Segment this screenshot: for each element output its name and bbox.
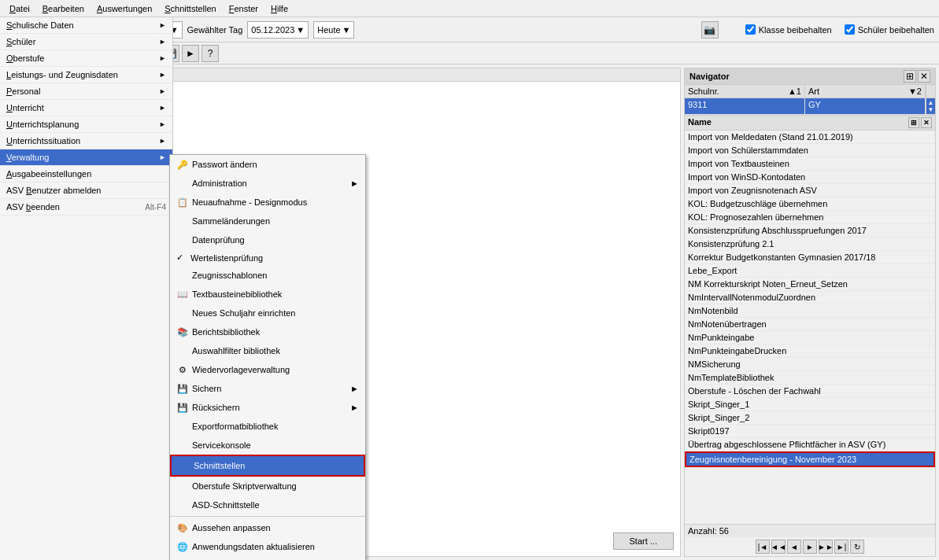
submenu-exportformat[interactable]: Exportformatbibliothek: [170, 417, 365, 436]
submenu-neuaufnahme[interactable]: 📋 Neuaufnahme - Designmodus: [170, 193, 365, 212]
nav-fwd-btn[interactable]: ►: [803, 540, 817, 554]
nav-expand-icon[interactable]: ⊞: [904, 70, 916, 83]
heute-dropdown-icon[interactable]: ▼: [342, 25, 351, 35]
list-items: Import von Meldedaten (Stand 21.01.2019)…: [685, 131, 935, 524]
list-item[interactable]: NmIntervallNotenmodulZuordnen: [685, 291, 935, 304]
list-close-icon[interactable]: ✕: [921, 117, 932, 128]
schueler-beibehalten-label[interactable]: Schüler beibehalten: [845, 24, 934, 35]
globe-icon: 🌐: [176, 540, 189, 553]
tag-combo[interactable]: 05.12.2023 ▼: [247, 21, 309, 39]
menu-datei[interactable]: Datei: [3, 2, 36, 15]
sidebar-unterrichtssituation[interactable]: Unterrichtssituation►: [0, 133, 172, 149]
submenu-oberstufe-skript[interactable]: Oberstufe Skriptverwaltung: [170, 477, 365, 496]
start-button[interactable]: Start ...: [613, 532, 674, 550]
list-sort-icon[interactable]: ⊞: [908, 117, 919, 128]
forward-icon[interactable]: ►: [182, 45, 199, 62]
klasse-beibehalten-label[interactable]: Klasse beibehalten: [745, 24, 832, 35]
submenu-ruecksichern[interactable]: 💾 Rücksichern ►: [170, 398, 365, 417]
sidebar-personal[interactable]: Personal►: [0, 83, 172, 100]
list-item[interactable]: NmPunkteingabeDrucken: [685, 344, 935, 358]
list-item[interactable]: Import von Zeugnisnotenach ASV: [685, 184, 935, 197]
nav-controls: |◄ ◄◄ ◄ ► ►► ►| ↻: [685, 537, 935, 556]
klasse-beibehalten-checkbox[interactable]: [745, 24, 756, 35]
nav-next-btn[interactable]: ►►: [819, 540, 833, 554]
submenu-passwort[interactable]: 🔑 Passwort ändern: [170, 155, 365, 174]
list-item[interactable]: NMSicherung: [685, 358, 935, 371]
nav-col-art[interactable]: Art ▼2: [805, 85, 926, 98]
list-item[interactable]: NmNotenbild: [685, 304, 935, 318]
sidebar-oberstufe[interactable]: Oberstufe►: [0, 50, 172, 67]
aussehen-icon: 🎨: [176, 521, 189, 534]
sidebar-asv-beenden[interactable]: ASV beenden Alt-F4: [0, 199, 172, 216]
nav-back-btn[interactable]: ◄: [787, 540, 801, 554]
sidebar-unterrichtsplanung[interactable]: Unterrichtsplanung►: [0, 116, 172, 133]
list-item[interactable]: Oberstufe - Löschen der Fachwahl: [685, 385, 935, 398]
submenu-wiedervorlage[interactable]: ⚙ Wiedervorlageverwaltung: [170, 360, 365, 379]
nav-refresh-btn[interactable]: ↻: [850, 540, 864, 554]
sichern-arrow: ►: [350, 384, 359, 393]
menu-fenster[interactable]: Fenster: [223, 2, 264, 15]
submenu-schnittstellen[interactable]: Schnittstellen: [170, 455, 365, 477]
list-item[interactable]: KOL: Prognosezahlen übernehmen: [685, 211, 935, 224]
submenu-textbausteine[interactable]: 📖 Textbausteinebibliothek: [170, 285, 365, 304]
submenu-sammel[interactable]: Sammeländerungen: [170, 212, 365, 230]
submenu-datenpruefung[interactable]: Datenprüfung: [170, 230, 365, 249]
wiedervorlage-icon: ⚙: [176, 363, 189, 376]
menu-hilfe[interactable]: Hilfe: [264, 2, 294, 15]
schueler-beibehalten-checkbox[interactable]: [845, 24, 855, 35]
sidebar-asv-benutzer[interactable]: ASV Benutzer abmelden: [0, 182, 172, 199]
sidebar-unterricht[interactable]: Unterricht►: [0, 100, 172, 116]
list-item[interactable]: Import von Textbausteinen: [685, 157, 935, 171]
sidebar-leistungs-zeugnisdaten[interactable]: Leistungs- und Zeugnisdaten►: [0, 67, 172, 83]
menu-auswertungen[interactable]: Auswertungen: [91, 2, 158, 15]
list-item[interactable]: Skript0197: [685, 425, 935, 438]
nav-close-icon[interactable]: ✕: [918, 70, 930, 83]
tag-dropdown-icon[interactable]: ▼: [296, 25, 305, 35]
schulnr-scroll-down[interactable]: ▼: [928, 106, 934, 113]
sidebar-schueler[interactable]: Schüler►: [0, 34, 172, 50]
list-item[interactable]: Korrektur Budgetkonstanten Gymnasien 201…: [685, 251, 935, 264]
schulnr-scroll-up[interactable]: ▲: [928, 99, 934, 106]
heute-combo[interactable]: Heute ▼: [313, 21, 354, 39]
menu-bearbeiten[interactable]: Bearbeiten: [36, 2, 91, 15]
list-item[interactable]: NmNotenübertragen: [685, 318, 935, 331]
list-item[interactable]: Konsistenzprüfung Abschlusspruefungen 20…: [685, 224, 935, 238]
list-item[interactable]: Zeugnisnotenbereinigung - November 2023: [685, 451, 935, 467]
help2-icon[interactable]: ?: [201, 45, 219, 62]
sidebar-ausgabeeinstellungen[interactable]: Ausgabeeinstellungen: [0, 166, 172, 182]
list-item[interactable]: NmTemplateBibliothek: [685, 371, 935, 385]
submenu-wertelisten[interactable]: ✓ Wertelistenprüfung: [170, 249, 365, 266]
list-item[interactable]: KOL: Budgetzuschläge übernehmen: [685, 197, 935, 211]
list-item[interactable]: Konsistenzprüfung 2.1: [685, 238, 935, 251]
submenu-asd[interactable]: ASD-Schnittstelle: [170, 496, 365, 514]
submenu-neues-schuljahr[interactable]: Neues Schuljahr einrichten: [170, 304, 365, 322]
nav-prev-btn[interactable]: ◄◄: [771, 540, 786, 554]
list-item[interactable]: Skript_Singer_1: [685, 398, 935, 411]
nav-last-btn[interactable]: ►|: [834, 540, 848, 554]
list-item[interactable]: Import von Meldedaten (Stand 21.01.2019): [685, 131, 935, 144]
nav-cell-art: GY: [805, 98, 926, 114]
menu-schnittstellen[interactable]: Schnittstellen: [158, 2, 222, 15]
submenu-administration[interactable]: Administration ►: [170, 174, 365, 193]
sidebar-verwaltung[interactable]: Verwaltung►: [0, 149, 172, 166]
list-item[interactable]: Import von Schülerstammdaten: [685, 144, 935, 157]
nav-school-row[interactable]: 9311 GY ▲ ▼: [685, 98, 935, 115]
submenu-anwendungsdaten[interactable]: 🌐 Anwendungsdaten aktualisieren: [170, 537, 365, 556]
submenu-benutzereinst[interactable]: 📋 Benutzereinstellungen zurücksetzen: [170, 556, 365, 560]
sidebar-schulische-daten[interactable]: Schulische Daten►: [0, 17, 172, 34]
list-item[interactable]: Übertrag abgeschlossene Pflichtfächer in…: [685, 438, 935, 451]
list-item[interactable]: NmPunkteingabe: [685, 331, 935, 344]
list-item[interactable]: Import von WinSD-Kontodaten: [685, 171, 935, 184]
camera-icon[interactable]: 📷: [701, 21, 719, 39]
list-item[interactable]: Skript_Singer_2: [685, 411, 935, 425]
submenu-auswahlfilter[interactable]: Auswahlfilter bibliothek: [170, 341, 365, 360]
list-item[interactable]: NM Korrekturskript Noten_Erneut_Setzen: [685, 278, 935, 291]
submenu-aussehen[interactable]: 🎨 Aussehen anpassen: [170, 518, 365, 537]
submenu-sichern[interactable]: 💾 Sichern ►: [170, 379, 365, 398]
submenu-zeugnisschablonen[interactable]: Zeugnisschablonen: [170, 266, 365, 285]
nav-col-schulnr[interactable]: Schulnr. ▲1: [685, 85, 805, 98]
nav-first-btn[interactable]: |◄: [756, 540, 770, 554]
submenu-berichtsbib[interactable]: 📚 Berichtsbibliothek: [170, 322, 365, 341]
submenu-servicekonsole[interactable]: Servicekonsole: [170, 436, 365, 455]
list-item[interactable]: Lebe_Export: [685, 264, 935, 278]
